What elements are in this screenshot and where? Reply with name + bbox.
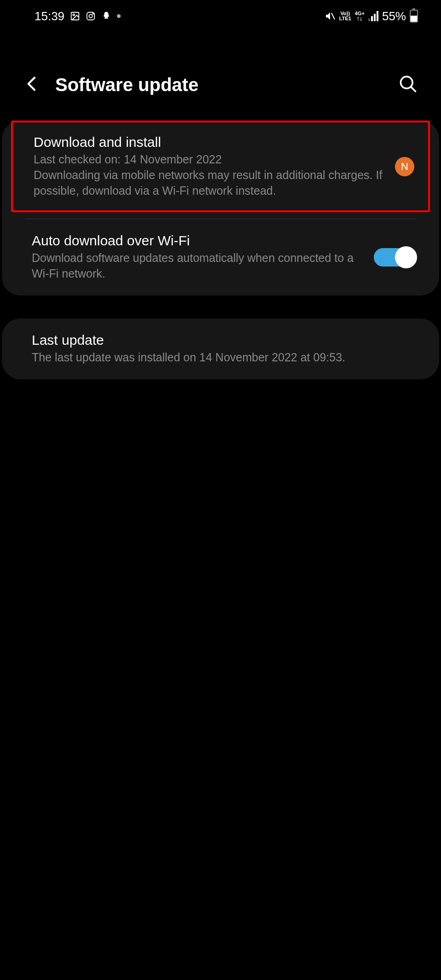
download-install-title: Download and install: [34, 134, 386, 150]
svg-line-5: [331, 13, 335, 19]
item-text: Last update The last update was installe…: [32, 332, 416, 365]
instagram-icon: [86, 11, 96, 21]
svg-point-3: [89, 14, 92, 17]
signal-icon: [368, 11, 378, 21]
svg-point-1: [73, 14, 75, 16]
auto-download-desc: Download software updates automatically …: [32, 250, 365, 282]
battery-percent: 55%: [382, 9, 406, 23]
status-right: Vo)) LTE1 4G+ 55%: [325, 9, 418, 23]
chevron-left-icon: [23, 75, 41, 93]
settings-group-2: Last update The last update was installe…: [2, 319, 439, 379]
svg-point-4: [93, 13, 93, 14]
item-text: Download and install Last checked on: 14…: [34, 134, 386, 198]
volte-icon: Vo)) LTE1: [339, 11, 351, 21]
svg-line-7: [411, 87, 415, 91]
last-update-title: Last update: [32, 332, 416, 348]
mute-icon: [325, 11, 336, 22]
network-type-icon: 4G+: [355, 11, 365, 22]
gallery-icon: [70, 11, 80, 21]
status-bar: 15:39 Vo)) LTE1 4G+ 55%: [0, 0, 441, 32]
more-notifications-icon: [117, 14, 121, 18]
status-time: 15:39: [35, 9, 64, 23]
auto-download-title: Auto download over Wi-Fi: [32, 233, 365, 249]
last-update-item[interactable]: Last update The last update was installe…: [2, 319, 439, 379]
snapchat-icon: [101, 11, 111, 21]
search-button[interactable]: [398, 74, 418, 96]
auto-download-toggle[interactable]: [374, 248, 416, 267]
back-button[interactable]: [23, 75, 41, 95]
toggle-knob: [395, 246, 417, 268]
battery-icon: [410, 10, 418, 23]
notification-badge: N: [395, 157, 414, 176]
download-and-install-item[interactable]: Download and install Last checked on: 14…: [11, 121, 430, 212]
search-icon: [398, 74, 418, 94]
page-title: Software update: [55, 75, 384, 95]
settings-group-1: Download and install Last checked on: 14…: [2, 121, 439, 296]
item-text: Auto download over Wi-Fi Download softwa…: [32, 233, 365, 282]
status-left: 15:39: [35, 9, 121, 23]
auto-download-item[interactable]: Auto download over Wi-Fi Download softwa…: [2, 219, 439, 296]
download-install-desc: Last checked on: 14 November 2022 Downlo…: [34, 152, 386, 198]
last-update-desc: The last update was installed on 14 Nove…: [32, 350, 416, 365]
page-header: Software update: [0, 32, 441, 119]
